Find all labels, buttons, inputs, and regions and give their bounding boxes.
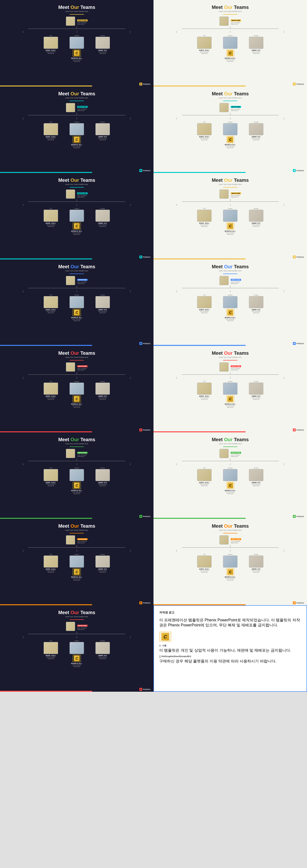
slide-2-v-connectors — [161, 31, 299, 33]
slide-11: Meet Our Teams Insert Your Great Subtitl… — [0, 432, 154, 519]
person-monica: Designer C MONICA GLI. amet, consectetur… — [66, 35, 88, 62]
slide-12: Meet Our Teams Insert Your Great Subtitl… — [154, 432, 307, 519]
slide-2-bottom-row: CEO ADEE. KULI. amet, consecteturadipisc… — [161, 35, 299, 62]
slide-2-person-adee: CEO ADEE. KULI. amet, consecteturadipisc… — [194, 35, 215, 54]
person-adee-name: ADEE. KULI. — [45, 50, 56, 51]
phenix-icon — [139, 83, 142, 86]
info-title: 저작권 공고 — [159, 611, 174, 615]
slide-2-title: Meet Our Teams — [212, 4, 249, 10]
slide-1-subtitle: Insert Your Great Subtitle Here — [65, 10, 88, 12]
slide-4-accent — [223, 101, 237, 101]
slide-4-title: Meet Our Teams — [212, 91, 249, 97]
person-adee: CEO ADEE. KULI. amet, consecteturadipisc… — [40, 35, 62, 54]
person-jimmy-desc: amet, consecteturadipiscing elit — [98, 52, 107, 54]
top-person-info: MATUY DEE amet, consecteturadipiscing el… — [77, 18, 88, 25]
slide-10: Meet Our Teams Insert Your Great Subtitl… — [154, 346, 307, 432]
slide-2-top-info: MATUY DEE amet, consecteturadipiscing el… — [231, 18, 241, 25]
info-section-2: C. 사용 이 템플릿은 개인 및 상업적 사용이 가능하나, 재판매 및 재배… — [159, 644, 301, 653]
person-adee-desc: amet, consecteturadipiscing elit — [46, 52, 55, 54]
person-monica-name: MONICA GLI. — [71, 57, 82, 59]
slide-3: Meet Our Teams Insert Your Great Subtitl… — [0, 87, 154, 173]
slide-2-connector — [161, 26, 299, 31]
info-section-1: 이 프레젠테이션 템플릿은 Phenix PowerPoint로 제작되었습니다… — [159, 618, 301, 628]
info-text-2: 이 템플릿은 개인 및 상업적 사용이 가능하나, 재판매 및 재배포는 금지됩… — [159, 648, 301, 653]
slide-13: Meet Our Teams Insert Your Great Subtitl… — [0, 519, 154, 605]
info-text-1: 이 프레젠테이션 템플릿은 Phenix PowerPoint로 제작되었습니다… — [159, 618, 301, 628]
slide-2-person-monica: Designer C MONICA GLI. amet, consectetur… — [219, 35, 241, 62]
slide-2-subtitle: Insert Your Great Subtitle Here — [219, 10, 241, 12]
person-jimmy-photo — [96, 37, 110, 49]
slide-2-jimmy-photo — [249, 37, 263, 49]
slide-2-phenix: PHENIX — [293, 83, 304, 86]
ceo-card: C — [73, 50, 81, 57]
slide-2-jimmy-desc: amet, consecteturadipiscing elit — [252, 52, 261, 54]
person-monica-photo — [70, 37, 84, 49]
person-jimmy-role: Designer — [100, 35, 105, 36]
slides-grid: Meet Our Teams Insert Your Great Subtitl… — [0, 0, 307, 692]
slide-4-subtitle: Insert Your Great Subtitle Here — [219, 97, 241, 99]
slide-5: Meet Our Teams Insert Your Great Subtitl… — [0, 173, 154, 259]
info-section-2-title: C. 사용 — [159, 644, 301, 647]
slide-3-subtitle: Insert Your Great Subtitle Here — [65, 97, 88, 99]
slide-15: Meet Our Teams Insert Your Great Subtitl… — [0, 605, 154, 692]
slide-3-accent — [70, 101, 84, 101]
slide-14: Meet Our Teams Insert Your Great Subtitl… — [154, 519, 307, 605]
info-text-3: 구매하신 경우 해당 플랫폼의 이용 약관에 따라 사용하시기 바랍니다. — [159, 659, 301, 664]
slide-2-top-role: amet, consecteturadipiscing elit — [231, 22, 241, 25]
slide-16-info: 저작권 공고 이 프레젠테이션 템플릿은 Phenix PowerPoint로 … — [154, 605, 307, 692]
slide-2-adee-name: ADEE. KULI. — [199, 50, 210, 51]
slide-2-monica-desc: amet, consecteturadipiscing elit — [226, 59, 235, 62]
slide-1-title: Meet Our Teams — [58, 4, 95, 10]
slide-2-adee-desc: amet, consecteturadipiscing elit — [200, 52, 209, 54]
top-person-role: amet, consecteturadipiscing elit — [77, 22, 88, 25]
slide-4: Meet Our Teams Insert Your Great Subtitl… — [154, 87, 307, 173]
connector — [8, 26, 146, 31]
slide-7: Meet Our Teams Insert Your Great Subtitl… — [0, 259, 154, 346]
info-content: 이 프레젠테이션 템플릿은 Phenix PowerPoint로 제작되었습니다… — [159, 617, 301, 666]
slide-1-accent — [70, 14, 84, 14]
person-adee-role: CEO — [49, 35, 52, 36]
slide-1: Meet Our Teams Insert Your Great Subtitl… — [0, 0, 154, 87]
slide-6: Meet Our Teams Insert Your Great Subtitl… — [154, 173, 307, 259]
slide-2-monica-photo — [223, 37, 237, 49]
slide-2-top-name: MATUY DEE — [231, 20, 241, 21]
slide-2-org: MATUY DEE amet, consecteturadipiscing el… — [154, 17, 307, 87]
slide-8: Meet Our Teams Insert Your Great Subtitl… — [154, 259, 307, 346]
person-monica-role: Designer — [74, 35, 79, 36]
top-person-name: MATUY DEE — [77, 20, 88, 21]
info-section-3: ∑ PIX/GraphicRiver/Envato에서 구매하신 경우 해당 플… — [159, 655, 301, 664]
slide-2-monica-name: MONICA GLI. — [225, 57, 236, 59]
bottom-row: CEO ADEE. KULI. amet, consecteturadipisc… — [8, 35, 146, 62]
phenix-text: PHENIX — [143, 83, 150, 85]
slide-2-jimmy-name: JIMMY KIT. — [251, 50, 261, 51]
person-jimmy: Designer JIMMY KIT. amet, consecteturadi… — [92, 35, 113, 54]
person-jimmy-name: JIMMY KIT. — [98, 50, 107, 51]
slide-9: Meet Our Teams Insert Your Great Subtitl… — [0, 346, 154, 432]
top-person-photo — [66, 17, 75, 26]
ceo-icon: C — [74, 50, 80, 56]
person-monica-desc: amet, consecteturadipiscing elit — [72, 59, 81, 62]
slide-2-accent — [223, 14, 237, 14]
slide-1-phenix: PHENIX — [139, 83, 150, 86]
slide-2-adee-photo — [197, 37, 211, 49]
slide-3-title: Meet Our Teams — [58, 91, 95, 97]
slide-1-bottom-bar: PHENIX — [0, 82, 154, 87]
slide-1-org: MATUY DEE amet, consecteturadipiscing el… — [0, 17, 154, 87]
slide-3-org: MATUY DEE amet, consecteturadipiscing el… — [0, 103, 154, 173]
info-section-3-title: ∑ PIX/GraphicRiver/Envato에서 — [159, 655, 301, 658]
slide-2-person-jimmy: Designer JIMMY KIT. amet, consecteturadi… — [245, 35, 267, 54]
v-connectors — [8, 31, 146, 33]
slide-2-top-photo — [219, 17, 229, 26]
slide-2-bottom-bar: PHENIX — [154, 82, 307, 87]
person-adee-photo — [44, 37, 58, 49]
slide-2: Meet Our Teams Insert Your Great Subtitl… — [154, 0, 307, 87]
